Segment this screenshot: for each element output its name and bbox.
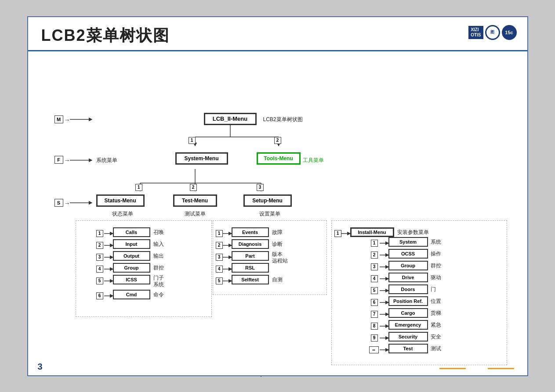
slide: LCB2菜单树状图 XIZI OTIS 图 15c — [27, 16, 528, 376]
input-label: 输入 — [153, 241, 164, 248]
m-arrow: → — [64, 116, 70, 123]
events-box: Events — [232, 227, 269, 237]
num1-sys: 1 — [135, 184, 142, 191]
emergency-label: 紧急 — [431, 321, 441, 329]
status-num-3: 3 — [96, 254, 103, 261]
system-menu-box: System-Menu — [175, 152, 228, 165]
test-num-5: 5 — [216, 277, 223, 284]
status-num-4: 4 — [96, 266, 103, 273]
icss-label: 门子系统 — [153, 275, 164, 288]
events-label: 故障 — [272, 229, 283, 236]
logo-area: XIZI OTIS 图 15c — [468, 25, 516, 40]
calls-label: 召唤 — [153, 229, 164, 236]
doors-box: Doors — [388, 284, 428, 294]
sys-inst-label: 系统 — [431, 238, 441, 246]
drive-label: 驱动 — [431, 274, 441, 281]
status-label: 状态菜单 — [105, 210, 140, 218]
num1-root: 1 — [189, 137, 196, 144]
doors-label: 门 — [431, 286, 436, 293]
setup-label: 设置菜单 — [252, 210, 287, 218]
test-num-1: 1 — [216, 230, 223, 237]
cargo-label: 货梯 — [431, 309, 441, 317]
f-arrow: → — [64, 157, 70, 164]
test-num-3: 3 — [216, 254, 223, 261]
status-num-2: 2 — [96, 242, 103, 249]
output-label: 输出 — [153, 252, 164, 260]
test-inst-box: Test — [388, 344, 428, 353]
selftest-label: 自测 — [272, 276, 283, 284]
posref-box: Position Ref. — [388, 296, 428, 306]
inst-num-1: 1 — [371, 240, 378, 247]
inst-num-4: 4 — [371, 275, 378, 282]
inst-num-5: 5 — [371, 287, 378, 294]
tools-label: 工具菜单 — [303, 157, 324, 164]
status-num-5: 5 — [96, 277, 103, 284]
ocss-label: 操作 — [431, 250, 441, 258]
test-num-4: 4 — [216, 266, 223, 273]
key-s-box: S — [54, 199, 63, 207]
cmd-box: Cmd — [113, 290, 150, 299]
inst-num-3: 3 — [371, 263, 378, 270]
selftest-box: Selftest — [232, 275, 269, 284]
input-box: Input — [113, 239, 150, 249]
page-number: 3 — [38, 362, 43, 372]
diagram-content: LCB_II-Menu LCB2菜单树状图 M → 1 2 F → 系统菜单 S… — [28, 51, 527, 377]
test-section-border — [213, 220, 327, 295]
bottom-decoration-2 — [488, 368, 514, 369]
security-box: Security — [388, 332, 428, 342]
header: LCB2菜单树状图 — [28, 17, 527, 51]
icss-box: ICSS — [113, 275, 150, 284]
key-m-box: M — [54, 115, 63, 123]
s-arrow: → — [64, 200, 70, 207]
num2-sys: 2 — [190, 184, 197, 191]
group-status-label: 群控 — [153, 264, 164, 272]
tools-menu-box: Tools-Menu — [257, 152, 301, 165]
test-num-2: 2 — [216, 242, 223, 249]
sys-inst-box: System — [388, 237, 428, 247]
status-num-6: 6 — [96, 292, 103, 299]
posref-label: 位置 — [431, 298, 441, 305]
inst-num-7: 7 — [371, 311, 378, 318]
xizi-logo: XIZI OTIS — [468, 26, 483, 39]
root-box: LCB_II-Menu — [204, 113, 257, 125]
setup-num-1: 1 — [334, 230, 341, 237]
ocss-box: OCSS — [388, 249, 428, 259]
bottom-decoration-1 — [439, 368, 466, 369]
status-num-1: 1 — [96, 230, 103, 237]
root-label: LCB2菜单树状图 — [263, 116, 303, 123]
part-box: Part — [232, 251, 269, 261]
num2-root: 2 — [274, 137, 281, 144]
status-menu-box: Status-Menu — [96, 194, 145, 207]
output-box: Output — [113, 251, 150, 261]
diagnosis-box: Diagnosis — [232, 239, 269, 249]
inst-num-8: 8 — [371, 323, 378, 330]
key-f-box: F — [54, 156, 63, 164]
install-menu-box: Install-Menu — [350, 227, 394, 237]
part-label: 版本远程站 — [272, 251, 288, 265]
cmd-label: 命令 — [153, 291, 164, 298]
inst-num-10: ∞ — [369, 346, 379, 353]
test-menu-box: Test-Menu — [173, 194, 217, 207]
calls-box: Calls — [113, 227, 150, 237]
inst-num-9: 9 — [371, 334, 378, 342]
logo-circle1: 图 — [485, 25, 500, 40]
num3-sys: 3 — [257, 184, 264, 191]
rsl-box: RSL — [232, 263, 269, 273]
security-label: 安全 — [431, 333, 441, 341]
diagnosis-label: 诊断 — [272, 241, 283, 248]
logo-circle2: 15c — [502, 25, 517, 40]
test-inst-label: 测试 — [431, 345, 441, 352]
cargo-box: Cargo — [388, 308, 428, 318]
group-inst-box: Group — [388, 261, 428, 270]
inst-num-6: 6 — [371, 299, 378, 306]
inst-num-2: 2 — [371, 252, 378, 259]
system-label-left: 系统菜单 — [96, 157, 117, 164]
group-status-box: Group — [113, 263, 150, 273]
drive-box: Drive — [388, 273, 428, 282]
group-inst-label: 群控 — [431, 262, 441, 270]
setup-menu-box: Setup-Menu — [243, 194, 292, 207]
emergency-box: Emergency — [388, 320, 428, 330]
install-label: 安装参数菜单 — [397, 229, 429, 236]
test-label: 测试菜单 — [180, 210, 210, 218]
slide-title: LCB2菜单树状图 — [41, 26, 170, 44]
